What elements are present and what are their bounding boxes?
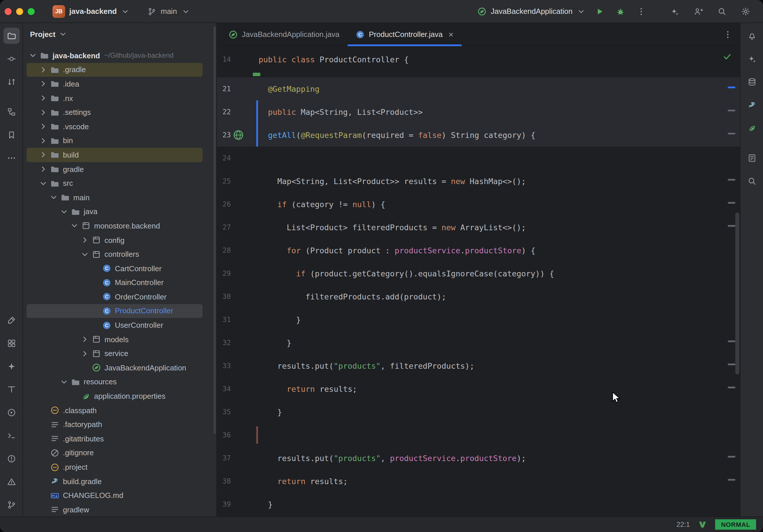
code-line-23[interactable]: 23 getAll(@RequestParam(required = false… <box>217 124 740 147</box>
tool-find-button[interactable] <box>744 173 760 189</box>
more-run-options-button[interactable] <box>634 4 648 18</box>
tree-item-cartcontroller[interactable]: CCartController <box>27 262 203 275</box>
tree-item-gradle[interactable]: .gradle <box>27 62 203 77</box>
tool-build-button[interactable] <box>3 312 19 328</box>
chevron-right-icon[interactable] <box>39 93 48 103</box>
code-line-27[interactable]: 27 List<Product> filteredProducts = new … <box>217 216 740 239</box>
code-line-35[interactable]: 35 } <box>217 400 740 424</box>
tree-item-controllers[interactable]: controllers <box>27 247 203 262</box>
tool-notifications-button[interactable] <box>744 28 760 44</box>
chevron-right-icon[interactable] <box>39 136 48 146</box>
tab-options-button[interactable] <box>716 23 740 46</box>
tool-gradle-button[interactable] <box>744 97 760 113</box>
chevron-right-icon[interactable] <box>39 108 48 117</box>
tree-item-models[interactable]: models <box>27 332 203 347</box>
code-line-21[interactable]: 21 @GetMapping <box>217 77 740 100</box>
tree-item-classpath[interactable]: .classpath <box>27 403 203 417</box>
tree-item-gradle[interactable]: gradle <box>27 162 203 176</box>
tree-item-resources[interactable]: resources <box>27 375 203 389</box>
tree-item-monostore-backend[interactable]: monostore.backend <box>27 219 203 233</box>
chevron-right-icon[interactable] <box>39 164 48 174</box>
code-with-me-button[interactable] <box>692 4 705 18</box>
chevron-down-icon[interactable] <box>70 221 79 231</box>
tool-bookmarks-button[interactable] <box>3 127 19 143</box>
code-line-38[interactable]: 38 return results; <box>217 470 740 493</box>
code-line-26[interactable]: 26 if (category != null) { <box>217 193 740 216</box>
code-line-14[interactable]: 14public class ProductController { <box>217 48 740 71</box>
chevron-right-icon[interactable] <box>80 349 89 358</box>
run-button[interactable] <box>593 4 606 18</box>
chevron-right-icon[interactable] <box>39 79 48 89</box>
tool-database-button[interactable] <box>744 74 760 90</box>
window-zoom-button[interactable] <box>28 8 35 15</box>
tree-item-src[interactable]: src <box>27 176 203 190</box>
endpoint-gutter-icon[interactable] <box>232 129 245 141</box>
tool-commit-button[interactable] <box>3 51 19 67</box>
caret-position-widget[interactable]: 22:1 <box>676 520 690 529</box>
tool-more-button[interactable] <box>3 150 19 166</box>
tree-item-build-gradle[interactable]: build.gradle <box>27 474 203 488</box>
code-line-32[interactable]: 32 } <box>217 331 740 354</box>
vim-mode-badge[interactable]: NORMAL <box>715 519 756 530</box>
tool-spring-button[interactable] <box>744 120 760 136</box>
tool-services-button[interactable] <box>3 404 19 421</box>
tree-item-settings[interactable]: .settings <box>27 105 203 119</box>
tree-item-usercontroller[interactable]: CUserController <box>27 318 203 332</box>
code-line-37[interactable]: 37 results.put("products", productServic… <box>217 447 740 470</box>
window-minimize-button[interactable] <box>16 8 23 15</box>
chevron-down-icon[interactable] <box>80 250 89 259</box>
tree-item-gradlew[interactable]: gradlew <box>27 502 203 516</box>
tool-documentation-button[interactable] <box>744 150 760 166</box>
editor-scrollbar[interactable] <box>735 212 739 374</box>
tool-warnings-button[interactable] <box>3 474 19 490</box>
tree-item-java[interactable]: java <box>27 205 203 219</box>
chevron-down-icon[interactable] <box>59 207 69 216</box>
folded-region-gap[interactable] <box>217 71 740 77</box>
chevron-right-icon[interactable] <box>39 65 48 74</box>
tool-ai-assistant-button[interactable] <box>744 51 760 67</box>
tool-pull-requests-button[interactable] <box>3 74 19 90</box>
debug-button[interactable] <box>613 4 627 18</box>
chevron-down-icon[interactable] <box>49 193 58 202</box>
code-line-36[interactable]: 36 <box>217 424 740 447</box>
tree-item-bin[interactable]: bin <box>27 134 203 148</box>
tab-close-icon[interactable]: × <box>448 30 454 39</box>
tree-item-build[interactable]: build <box>27 148 203 162</box>
tree-item-productcontroller[interactable]: CProductController <box>27 304 203 318</box>
tree-item-java-backend[interactable]: java-backend~/Github/java-backend <box>27 49 203 62</box>
tree-item-config[interactable]: config <box>27 233 203 247</box>
editor-tab-javabackendapplication-java[interactable]: JavaBackendApplication.java <box>220 23 348 46</box>
tree-item-idea[interactable]: .idea <box>27 77 203 91</box>
chevron-down-icon[interactable] <box>28 51 38 60</box>
tool-structure-button[interactable] <box>3 104 19 120</box>
settings-button[interactable] <box>739 4 753 18</box>
tree-item-service[interactable]: service <box>27 347 203 361</box>
tree-item-ordercontroller[interactable]: COrderController <box>27 290 203 304</box>
chevron-right-icon[interactable] <box>80 235 89 245</box>
search-everywhere-button[interactable] <box>715 4 729 18</box>
code-line-31[interactable]: 31 } <box>217 308 740 331</box>
inspections-ok-widget[interactable] <box>722 52 732 61</box>
tool-project-button[interactable] <box>3 28 19 44</box>
tool-terminal-button[interactable] <box>3 428 19 444</box>
code-line-28[interactable]: 28 for (Product product : productService… <box>217 239 740 262</box>
code-line-39[interactable]: 39 } <box>217 493 740 516</box>
tree-item-maincontroller[interactable]: CMainController <box>27 275 203 290</box>
tree-item-gitignore[interactable]: .gitignore <box>27 446 203 460</box>
code-line-33[interactable]: 33 results.put("products", filteredProdu… <box>217 354 740 377</box>
ideavim-icon[interactable] <box>698 520 707 529</box>
project-panel-header[interactable]: Project <box>23 23 216 45</box>
tool-dependencies-button[interactable] <box>3 335 19 351</box>
project-selector[interactable]: JB java-backend <box>49 3 134 20</box>
chevron-right-icon[interactable] <box>39 150 48 160</box>
code-line-34[interactable]: 34 return results; <box>217 377 740 400</box>
ai-assistant-button[interactable] <box>668 4 682 18</box>
tree-item-vscode[interactable]: .vscode <box>27 119 203 134</box>
tree-item-changelog-md[interactable]: CHANGELOG.md <box>27 488 203 502</box>
chevron-down-icon[interactable] <box>39 178 48 188</box>
code-line-25[interactable]: 25 Map<String, List<Product>> results = … <box>217 170 740 193</box>
code-line-29[interactable]: 29 if (product.getCategory().equalsIgnor… <box>217 262 740 285</box>
code-line-30[interactable]: 30 filteredProducts.add(product); <box>217 285 740 308</box>
chevron-down-icon[interactable] <box>59 377 69 386</box>
tree-item-javabackendapplication[interactable]: JavaBackendApplication <box>27 361 203 375</box>
